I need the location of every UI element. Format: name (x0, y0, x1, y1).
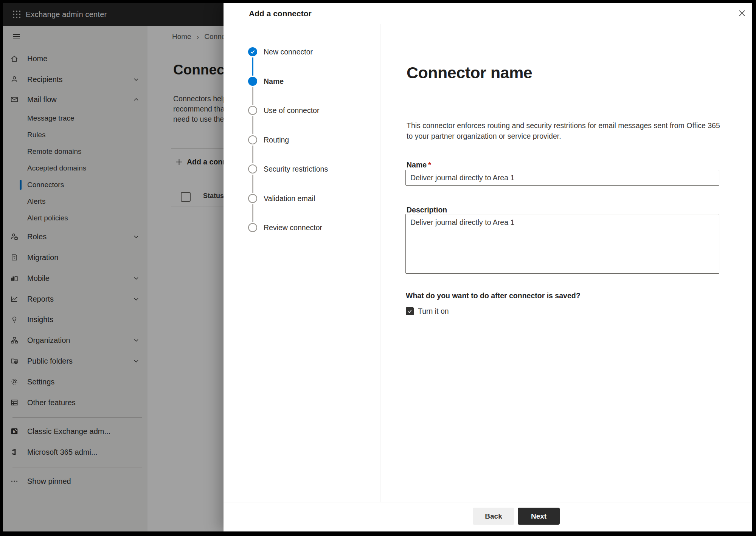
screen: Exchange admin center Home Recipients (0, 0, 756, 536)
description-field-label: Description (407, 206, 447, 214)
step-label[interactable]: New connector (264, 47, 313, 57)
step-indicator-upcoming (248, 164, 257, 174)
step-label[interactable]: Validation email (264, 194, 315, 203)
back-button[interactable]: Back (473, 508, 514, 525)
step-connector-line (252, 175, 253, 193)
step-label[interactable]: Security restrictions (264, 164, 328, 174)
step-connector-line (252, 116, 253, 134)
step-indicator-current (248, 77, 257, 86)
step-indicator-upcoming (248, 194, 257, 203)
step-connector-line (252, 57, 253, 76)
after-save-question: What do you want to do after connector i… (406, 291, 581, 300)
connector-description-textarea[interactable]: Deliver journal directly to Area 1 (405, 214, 719, 274)
turn-it-on-label: Turn it on (418, 307, 449, 316)
turn-it-on-checkbox-row[interactable]: Turn it on (406, 306, 449, 316)
step-indicator-completed (248, 47, 257, 56)
step-label[interactable]: Use of connector (264, 105, 319, 115)
dialog-header-divider (224, 24, 752, 24)
required-asterisk: * (428, 161, 431, 169)
step-connector-line (252, 146, 253, 163)
turn-it-on-checkbox[interactable] (406, 307, 414, 315)
step-indicator-upcoming (248, 223, 257, 232)
step-connector-line (252, 204, 253, 222)
add-connector-dialog: Add a connector New connector Name Use o… (224, 3, 752, 531)
wizard-page-heading: Connector name (407, 64, 532, 82)
step-indicator-upcoming (248, 135, 257, 144)
wizard-page-description: This connector enforces routing and secu… (407, 120, 723, 141)
close-icon (738, 9, 746, 17)
stepper-divider (380, 24, 380, 502)
name-field-label: Name* (407, 161, 431, 169)
close-button[interactable] (736, 7, 748, 19)
checkmark-icon (250, 49, 255, 54)
connector-name-input[interactable] (405, 170, 719, 186)
checkmark-icon (407, 309, 412, 314)
step-label[interactable]: Name (264, 76, 284, 86)
next-button[interactable]: Next (518, 508, 560, 525)
dialog-footer-divider (224, 502, 752, 502)
dialog-title: Add a connector (249, 3, 312, 24)
step-indicator-upcoming (248, 106, 257, 115)
step-label[interactable]: Routing (264, 135, 289, 145)
step-label[interactable]: Review connector (264, 223, 322, 232)
step-connector-line (252, 87, 253, 105)
